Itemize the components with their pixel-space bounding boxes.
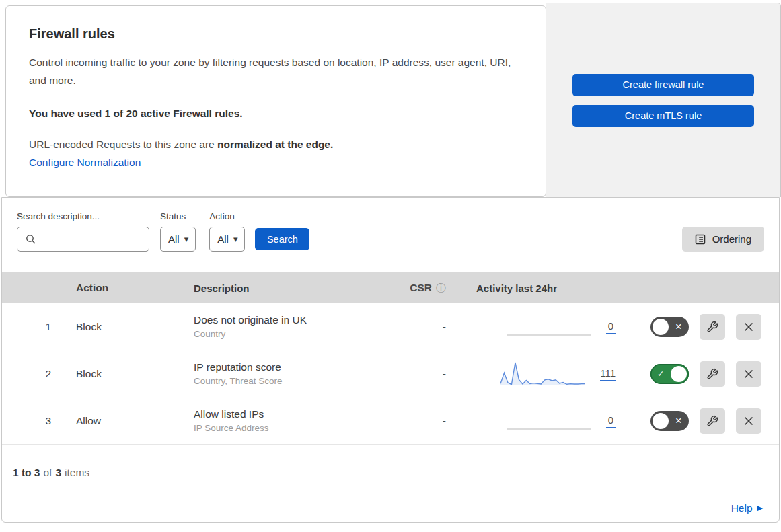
rule-priority: 2 [2, 368, 61, 380]
search-description-label: Search description... [17, 211, 149, 221]
rule-action: Block [61, 321, 179, 333]
column-header-activity: Activity last 24hr [463, 282, 621, 294]
close-icon [743, 369, 754, 379]
info-icon: ⓘ [436, 282, 446, 294]
caret-right-icon: ▶ [757, 504, 763, 512]
ordering-button[interactable]: Ordering [682, 227, 764, 252]
rule-description: IP reputation score [194, 361, 384, 373]
column-header-action: Action [61, 282, 179, 294]
status-field-group: Status All ▼ [160, 211, 196, 252]
filter-bar: Search description... Status All ▼ Actio… [2, 198, 779, 272]
status-select[interactable]: All ▼ [160, 227, 196, 252]
wrench-icon [706, 321, 718, 333]
rule-csr-value: - [384, 368, 463, 380]
rule-expression-fields: Country, Threat Score [194, 376, 384, 386]
rule-activity-cell: 0 [463, 407, 621, 435]
search-input[interactable] [17, 227, 149, 251]
status-label: Status [160, 211, 196, 221]
close-icon [743, 321, 754, 332]
rule-enabled-toggle[interactable]: ✓ ✕ [650, 364, 689, 384]
wrench-icon [706, 368, 718, 380]
pagination-summary: 1 to 3 of 3 items [2, 445, 779, 494]
table-header: Action Description CSRⓘ Activity last 24… [2, 272, 779, 303]
rule-action: Block [61, 368, 179, 380]
help-label: Help [731, 502, 753, 515]
page-header-section: Firewall rules Control incoming traffic … [0, 0, 781, 197]
delete-rule-button[interactable] [736, 361, 761, 387]
activity-sparkline [500, 360, 585, 388]
table-row: 3 Allow Allow listed IPs IP Source Addre… [2, 397, 779, 445]
ordering-button-label: Ordering [712, 233, 751, 245]
pagination-of: of [43, 467, 52, 479]
delete-rule-button[interactable] [736, 314, 761, 340]
activity-sparkline [507, 313, 591, 341]
help-link[interactable]: Help ▶ [731, 502, 763, 515]
action-label: Action [209, 211, 245, 221]
rule-csr-value: - [384, 321, 463, 333]
search-icon [26, 234, 36, 245]
rule-description-cell: IP reputation score Country, Threat Scor… [179, 361, 384, 386]
normalization-note: URL-encoded Requests to this zone are no… [29, 139, 517, 151]
toggle-knob [671, 366, 687, 382]
chevron-down-icon: ▼ [184, 236, 189, 243]
chevron-down-icon: ▼ [233, 236, 238, 243]
action-select-value: All [217, 233, 229, 245]
status-select-value: All [168, 233, 180, 245]
pagination-range: 1 to 3 [13, 467, 40, 479]
normalization-bold-text: normalized at the edge. [217, 139, 333, 150]
activity-count-link[interactable]: 0 [606, 320, 616, 334]
cta-panel: Create firewall rule Create mTLS rule [546, 3, 781, 197]
page-description: Control incoming traffic to your zone by… [29, 53, 517, 89]
action-select[interactable]: All ▼ [209, 227, 245, 252]
rules-list-card: Search description... Status All ▼ Actio… [1, 197, 780, 523]
x-icon: ✕ [675, 322, 682, 331]
search-button[interactable]: Search [255, 228, 309, 250]
rule-description-cell: Allow listed IPs IP Source Address [179, 408, 384, 433]
ordering-list-icon [695, 234, 706, 245]
configure-normalization-link[interactable]: Configure Normalization [29, 157, 141, 168]
rule-activity-cell: 111 [463, 360, 621, 388]
table-row: 2 Block IP reputation score Country, Thr… [2, 350, 779, 397]
activity-sparkline [507, 407, 591, 435]
rule-description: Does not originate in UK [194, 314, 384, 326]
pagination-total: 3 [55, 467, 61, 479]
check-icon: ✓ [657, 369, 664, 378]
rule-expression-fields: Country [194, 329, 384, 339]
rule-expression-fields: IP Source Address [194, 423, 384, 433]
edit-rule-button[interactable] [700, 314, 725, 340]
action-field-group: Action All ▼ [209, 211, 245, 252]
intro-card: Firewall rules Control incoming traffic … [5, 5, 546, 197]
help-row: Help ▶ [2, 494, 779, 522]
rule-enabled-toggle[interactable]: ✓ ✕ [650, 317, 689, 337]
usage-summary: You have used 1 of 20 active Firewall ru… [29, 108, 517, 120]
toggle-knob [653, 319, 669, 335]
rule-action: Allow [61, 415, 179, 427]
rule-controls: ✓ ✕ [621, 361, 779, 387]
search-input-wrap [17, 227, 149, 252]
rule-controls: ✓ ✕ [621, 314, 779, 340]
column-header-csr: CSRⓘ [384, 282, 463, 295]
edit-rule-button[interactable] [700, 361, 725, 387]
edit-rule-button[interactable] [700, 408, 725, 434]
column-header-description: Description [179, 282, 384, 294]
rule-description-cell: Does not originate in UK Country [179, 314, 384, 339]
x-icon: ✕ [675, 416, 682, 425]
rule-controls: ✓ ✕ [621, 408, 779, 434]
rule-enabled-toggle[interactable]: ✓ ✕ [650, 411, 689, 431]
pagination-items: items [65, 467, 89, 479]
rule-activity-cell: 0 [463, 313, 621, 341]
activity-count-link[interactable]: 0 [606, 414, 616, 428]
delete-rule-button[interactable] [736, 408, 761, 434]
activity-count-link[interactable]: 111 [600, 367, 616, 381]
wrench-icon [706, 415, 718, 427]
create-firewall-rule-button[interactable]: Create firewall rule [572, 74, 754, 96]
table-row: 1 Block Does not originate in UK Country… [2, 303, 779, 350]
rule-csr-value: - [384, 415, 463, 427]
search-field-group: Search description... [17, 211, 149, 252]
rule-priority: 1 [2, 321, 61, 333]
rule-description: Allow listed IPs [194, 408, 384, 420]
create-mtls-rule-button[interactable]: Create mTLS rule [572, 105, 754, 127]
close-icon [743, 416, 754, 426]
rule-priority: 3 [2, 415, 61, 427]
toggle-knob [653, 413, 669, 429]
